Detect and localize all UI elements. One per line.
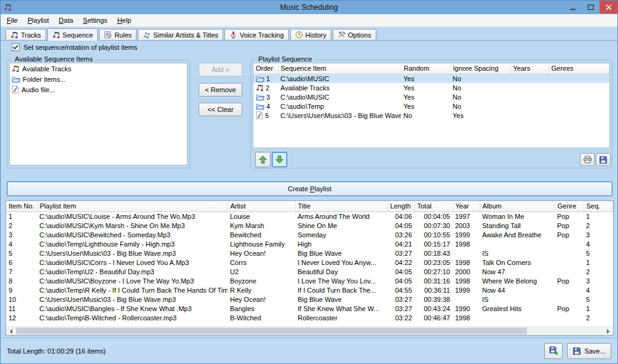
save-icon	[572, 347, 581, 355]
tab-voice-tracking[interactable]: Voice Tracking	[224, 29, 289, 40]
menu-settings[interactable]: Settings	[78, 14, 113, 26]
album-cell: IS	[480, 295, 555, 304]
window-title: Music Scheduling	[1, 1, 617, 14]
tab-similar-artists-titles[interactable]: Similar Artists & Titles	[138, 29, 223, 40]
column-artist[interactable]: Artist	[228, 201, 295, 212]
playlist-row[interactable]: 12C:\audio\Temp\B-Witched - Rollercoaste…	[6, 313, 613, 322]
genre-cell	[555, 248, 584, 258]
scrollbar-thumb[interactable]	[16, 328, 527, 334]
seq-column-years[interactable]: Years	[510, 63, 549, 74]
album-cell: Standing Tall	[480, 221, 555, 230]
playlist-item-cell: C:\audio\MUSIC\Kym Marsh - Shine On Me.M…	[37, 221, 228, 230]
column-playlist-item[interactable]: Playlist Item	[37, 201, 228, 212]
add-button[interactable]: Add >	[199, 63, 242, 76]
sequence-row[interactable]: 3C:\audio\MUSICYesNo	[253, 92, 609, 101]
save-button[interactable]: Save...	[567, 343, 611, 359]
titlebar: Music Scheduling	[1, 1, 617, 14]
seq-column-ignore-spacing[interactable]: Ignore Spacing	[450, 63, 510, 74]
playlist-item-cell: C:\audio\MUSIC\Bangles - If She Knew Wha…	[37, 304, 228, 313]
close-button[interactable]	[600, 1, 617, 14]
length-cell: 04:06	[387, 212, 414, 221]
playlist-row[interactable]: 11C:\audio\MUSIC\Bangles - If She Knew W…	[6, 304, 613, 313]
list-item-available-tracks[interactable]: Available Tracks	[10, 63, 187, 74]
playlist-table[interactable]: Item No.Playlist ItemArtistTitleLengthTo…	[6, 200, 614, 336]
sequence-row[interactable]: 2Available TracksYesNo	[253, 83, 609, 92]
playlist-item-cell: C:\audio\MUSIC\Louise - Arms Around The …	[37, 212, 228, 221]
tracks-icon	[10, 31, 18, 39]
playlist-row[interactable]: 1C:\audio\MUSIC\Louise - Arms Around The…	[6, 212, 613, 221]
horizontal-scrollbar[interactable]	[6, 326, 613, 335]
playlist-row[interactable]: 6C:\audio\MUSIC\Corrs - I Never Loved Yo…	[6, 258, 613, 267]
rotation-checkbox[interactable]: Set sequence/rotation of playlist items	[12, 43, 137, 51]
playlist-row[interactable]: 2C:\audio\MUSIC\Kym Marsh - Shine On Me.…	[6, 221, 613, 230]
tab-history[interactable]: History	[290, 29, 331, 40]
total-length-text: Total Length: 01:00:29 (16 items)	[7, 347, 106, 355]
column-total[interactable]: Total	[414, 201, 453, 212]
move-up-button[interactable]	[255, 152, 271, 167]
playlist-row[interactable]: 8C:\audio\MUSIC\Boyzone - I Love The Way…	[6, 276, 613, 285]
print-sequence-button[interactable]	[580, 153, 595, 166]
tab-options[interactable]: Options	[333, 29, 376, 40]
total-cell: 00:15:17	[414, 239, 453, 248]
sequence-row[interactable]: 5C:\Users\User\Music\03 - Big Blue Wave.…	[253, 111, 609, 120]
remove-button[interactable]: < Remove	[199, 83, 242, 97]
tab-sequence[interactable]: Sequence	[47, 28, 98, 41]
years-cell	[510, 74, 549, 83]
menu-help[interactable]: Help	[113, 14, 137, 26]
playlist-row[interactable]: 10C:\Users\User\Music\03 - Big Blue Wave…	[6, 295, 613, 304]
playlist-item-cell: C:\audio\Temp\B-Witched - Rollercoaster.…	[37, 313, 228, 322]
list-item-folder-items[interactable]: Folder items...	[10, 74, 187, 84]
sequence-row[interactable]: 4C:\audio\TempYesNo	[253, 101, 609, 111]
column-item-no[interactable]: Item No.	[6, 201, 37, 212]
tab-rules[interactable]: Rules	[99, 29, 137, 40]
scrollbar-track[interactable]	[16, 327, 603, 335]
clear-button[interactable]: << Clear	[199, 103, 242, 116]
list-item-audio-file[interactable]: Audio file...	[10, 84, 187, 95]
playlist-sequence-table[interactable]: OrderSequence ItemRandomIgnore SpacingYe…	[253, 63, 610, 148]
seq-column-order[interactable]: Order	[253, 63, 278, 74]
move-down-button[interactable]	[272, 152, 287, 167]
column-album[interactable]: Album	[480, 201, 555, 212]
audio-file-icon	[12, 85, 19, 93]
playlist-row[interactable]: 9C:\audio\Temp\R Kelly - If I Could Turn…	[6, 285, 613, 295]
seq-column-random[interactable]: Random	[401, 63, 450, 74]
title-cell: If I Could Turn Back The...	[295, 285, 387, 295]
year-cell: 1997	[453, 212, 480, 221]
tab-tracks[interactable]: Tracks	[6, 29, 46, 40]
column-genre[interactable]: Genre	[555, 201, 584, 212]
quick-save-button[interactable]	[544, 343, 563, 359]
sequence-icon	[52, 31, 60, 39]
playlist-row[interactable]: 3C:\audio\MUSIC\Bewitched - Someday.Mp3B…	[6, 230, 613, 239]
column-length[interactable]: Length	[387, 201, 414, 212]
scroll-left-arrow[interactable]	[6, 327, 16, 335]
available-sequence-list[interactable]: Available TracksFolder items...Audio fil…	[9, 63, 188, 165]
seq-column-sequence-item[interactable]: Sequence Item	[278, 63, 401, 74]
length-cell: 04:05	[387, 221, 414, 230]
genres-cell	[549, 74, 609, 83]
column-seq[interactable]: Seq.	[584, 201, 613, 212]
save-sequence-button[interactable]	[596, 153, 611, 166]
maximize-button[interactable]	[582, 1, 600, 14]
minimize-button[interactable]	[564, 1, 582, 14]
title-cell: I Love The Way You Lov...	[295, 276, 387, 285]
menu-file[interactable]: File	[2, 14, 23, 26]
folder-icon	[256, 93, 264, 101]
menu-playlist[interactable]: Playlist	[23, 14, 54, 26]
status-bar: Total Length: 01:00:29 (16 items) Save..…	[1, 338, 617, 363]
playlist-row[interactable]: 5C:\Users\User\Music\03 - Big Blue Wave.…	[6, 248, 613, 258]
item-no-cell: 10	[6, 295, 37, 304]
playlist-row[interactable]: 4C:\audio\Temp\Lighthouse Family - High.…	[6, 239, 613, 248]
column-year[interactable]: Year	[453, 201, 480, 212]
item-no-cell: 7	[6, 267, 37, 276]
title-cell: If She Knew What She W...	[295, 304, 387, 313]
genres-cell	[549, 111, 609, 120]
sequence-row[interactable]: 1C:\audio\MUSICYesNo	[253, 74, 609, 83]
menu-data[interactable]: Data	[54, 14, 78, 26]
album-cell: IS	[480, 248, 555, 258]
scroll-right-arrow[interactable]	[603, 327, 613, 335]
playlist-row[interactable]: 7C:\audio\Temp\U2 - Beautiful Day.mp3U2B…	[6, 267, 613, 276]
create-playlist-button[interactable]: Create Playlist	[7, 181, 612, 196]
column-title[interactable]: Title	[295, 201, 387, 212]
seq-column-genres[interactable]: Genres	[549, 63, 609, 74]
total-cell: 00:23:05	[414, 258, 453, 267]
